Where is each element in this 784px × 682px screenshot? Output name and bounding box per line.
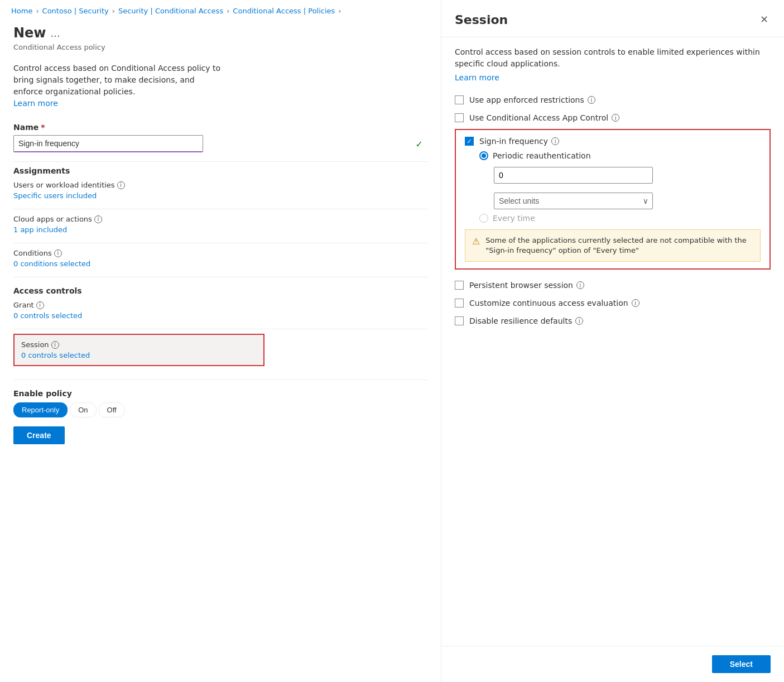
option-continuous-access: Customize continuous access evaluation i bbox=[455, 294, 771, 312]
left-content: New ... Conditional Access policy Contro… bbox=[0, 20, 441, 682]
option-app-enforced: Use app enforced restrictions i bbox=[455, 91, 771, 109]
option-persistent-browser: Persistent browser session i bbox=[455, 276, 771, 294]
breadcrumb-contoso[interactable]: Contoso | Security bbox=[42, 7, 109, 15]
checkbox-signin-freq[interactable] bbox=[465, 137, 474, 146]
signin-freq-header: Sign-in frequency i bbox=[465, 137, 761, 146]
description: Control access based on Conditional Acce… bbox=[13, 63, 225, 109]
check-icon: ✓ bbox=[416, 138, 423, 149]
label-disable-resilience: Disable resilience defaults i bbox=[469, 316, 583, 325]
label-persistent-browser: Persistent browser session i bbox=[469, 281, 584, 290]
conditions-label: Conditions i bbox=[13, 249, 427, 257]
signin-frequency-section: Sign-in frequency i Periodic reauthentic… bbox=[455, 129, 771, 270]
select-button[interactable]: Select bbox=[712, 655, 771, 673]
session-box[interactable]: Session i 0 controls selected bbox=[13, 334, 264, 366]
conditions-section: Conditions i 0 conditions selected bbox=[13, 249, 427, 268]
left-panel: Home › Contoso | Security › Security | C… bbox=[0, 0, 441, 682]
page-title-ellipsis: ... bbox=[51, 27, 60, 39]
session-box-link[interactable]: 0 controls selected bbox=[21, 351, 257, 359]
grant-link[interactable]: 0 controls selected bbox=[13, 311, 427, 320]
panel-learn-more[interactable]: Learn more bbox=[455, 73, 499, 82]
name-field-section: Name * ✓ bbox=[13, 123, 427, 152]
right-panel: Session ✕ Control access based on sessio… bbox=[441, 0, 784, 682]
label-ca-app-control: Use Conditional Access App Control i bbox=[469, 113, 619, 122]
panel-description: Control access based on session controls… bbox=[455, 46, 771, 70]
persistent-browser-info-icon: i bbox=[576, 281, 584, 289]
warning-text: Some of the applications currently selec… bbox=[485, 236, 753, 256]
frequency-number-input[interactable] bbox=[494, 167, 653, 184]
session-box-label: Session i bbox=[21, 340, 257, 349]
conditions-link[interactable]: 0 conditions selected bbox=[13, 260, 427, 268]
name-input[interactable] bbox=[13, 135, 203, 152]
session-info-icon: i bbox=[51, 341, 59, 349]
name-input-wrapper: ✓ bbox=[13, 135, 427, 152]
checkbox-disable-resilience[interactable] bbox=[455, 316, 464, 325]
select-units-wrapper: Select units Hours Days ∨ bbox=[494, 193, 653, 209]
cloud-apps-info-icon: i bbox=[94, 215, 102, 223]
users-label: Users or workload identities i bbox=[13, 181, 427, 189]
checkbox-continuous-access[interactable] bbox=[455, 299, 464, 308]
name-label: Name * bbox=[13, 123, 427, 132]
checkbox-persistent-browser[interactable] bbox=[455, 281, 464, 290]
conditions-divider bbox=[13, 243, 427, 243]
create-button[interactable]: Create bbox=[13, 426, 65, 444]
radio-every-time-btn[interactable] bbox=[479, 214, 488, 223]
users-section: Users or workload identities i Specific … bbox=[13, 181, 427, 200]
label-continuous-access: Customize continuous access evaluation i bbox=[469, 299, 639, 308]
toggle-off[interactable]: Off bbox=[99, 402, 125, 417]
users-link[interactable]: Specific users included bbox=[13, 191, 427, 200]
grant-info-icon: i bbox=[36, 301, 44, 309]
breadcrumb-home[interactable]: Home bbox=[11, 7, 32, 15]
page-title: New ... bbox=[13, 25, 427, 41]
close-button[interactable]: ✕ bbox=[758, 11, 771, 28]
warning-icon: ⚠ bbox=[472, 236, 480, 247]
option-disable-resilience: Disable resilience defaults i bbox=[455, 312, 771, 330]
label-signin-freq: Sign-in frequency i bbox=[479, 137, 559, 146]
required-star: * bbox=[41, 123, 45, 132]
access-controls-divider bbox=[13, 277, 427, 277]
panel-header: Session ✕ bbox=[441, 0, 784, 37]
panel-title: Session bbox=[455, 13, 508, 27]
radio-periodic-btn[interactable] bbox=[479, 151, 488, 160]
panel-footer: Select bbox=[441, 646, 784, 682]
learn-more-link[interactable]: Learn more bbox=[13, 99, 58, 108]
radio-periodic: Periodic reauthentication bbox=[479, 151, 761, 160]
toggle-group: Report-only On Off bbox=[13, 402, 427, 417]
continuous-access-info-icon: i bbox=[632, 299, 639, 307]
label-app-enforced: Use app enforced restrictions i bbox=[469, 95, 595, 104]
ca-app-control-info-icon: i bbox=[612, 114, 619, 122]
radio-every-time: Every time bbox=[479, 214, 761, 223]
grant-section: Grant i 0 controls selected bbox=[13, 301, 427, 320]
users-info-icon: i bbox=[117, 181, 125, 189]
warning-box: ⚠ Some of the applications currently sel… bbox=[465, 229, 761, 262]
grant-label: Grant i bbox=[13, 301, 427, 309]
conditions-info-icon: i bbox=[54, 249, 62, 257]
disable-resilience-info-icon: i bbox=[575, 317, 583, 325]
checkbox-app-enforced[interactable] bbox=[455, 95, 464, 104]
session-divider bbox=[13, 329, 427, 329]
signin-freq-info-icon: i bbox=[551, 137, 559, 145]
option-ca-app-control: Use Conditional Access App Control i bbox=[455, 109, 771, 127]
assignments-label: Assignments bbox=[13, 166, 427, 175]
breadcrumb: Home › Contoso | Security › Security | C… bbox=[0, 0, 441, 20]
cloud-apps-link[interactable]: 1 app included bbox=[13, 225, 427, 234]
checkbox-ca-app-control[interactable] bbox=[455, 113, 464, 122]
breadcrumb-security-ca[interactable]: Security | Conditional Access bbox=[118, 7, 223, 15]
page-subtitle: Conditional Access policy bbox=[13, 43, 427, 51]
access-controls-label: Access controls bbox=[13, 286, 427, 295]
cloud-apps-divider bbox=[13, 209, 427, 209]
options-list: Use app enforced restrictions i Use Cond… bbox=[455, 91, 771, 330]
radio-periodic-label: Periodic reauthentication bbox=[493, 151, 591, 160]
toggle-on[interactable]: On bbox=[70, 402, 96, 417]
app-enforced-info-icon: i bbox=[588, 96, 595, 104]
toggle-report-only[interactable]: Report-only bbox=[13, 402, 68, 417]
panel-body: Control access based on session controls… bbox=[441, 37, 784, 646]
radio-every-time-label: Every time bbox=[493, 214, 535, 223]
enable-policy-section: Enable policy Report-only On Off Create bbox=[13, 380, 427, 444]
cloud-apps-section: Cloud apps or actions i 1 app included bbox=[13, 215, 427, 234]
radio-group: Periodic reauthentication Select units H… bbox=[479, 151, 761, 223]
select-units-dropdown[interactable]: Select units Hours Days bbox=[494, 193, 653, 209]
enable-policy-label: Enable policy bbox=[13, 389, 427, 398]
cloud-apps-label: Cloud apps or actions i bbox=[13, 215, 427, 223]
assignments-divider bbox=[13, 161, 427, 162]
breadcrumb-policies[interactable]: Conditional Access | Policies bbox=[233, 7, 335, 15]
